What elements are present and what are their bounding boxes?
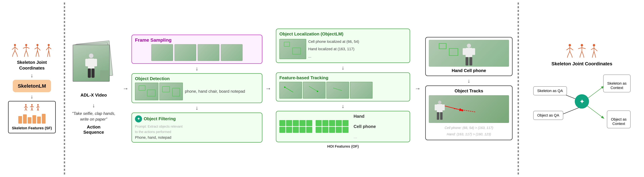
chatgpt-icon-of: ✦ — [135, 115, 142, 122]
ol-text-2: Hand localized at (163, 117) — [308, 45, 359, 53]
object-localization-box: Object Localization (ObjectLM) Cell phon… — [276, 28, 410, 63]
skeleton-features-box: Skeleton Features (SF) — [8, 101, 56, 133]
arrow-down-2: ↓ — [30, 94, 33, 99]
svg-point-71 — [438, 100, 441, 104]
hoi-cell — [329, 120, 335, 126]
hoi-row-1 — [279, 120, 312, 126]
arrow-col-1: → — [122, 2, 130, 174]
hand-cell-image — [429, 40, 509, 67]
svg-line-14 — [24, 54, 25, 57]
hoi-cell — [322, 127, 328, 133]
svg-line-26 — [46, 47, 49, 50]
svg-line-27 — [49, 47, 51, 49]
svg-line-3 — [15, 47, 18, 50]
svg-line-100 — [595, 56, 596, 58]
svg-rect-72 — [437, 104, 442, 112]
divider-2 — [518, 2, 519, 174]
svg-rect-64 — [472, 48, 475, 55]
svg-line-22 — [36, 54, 36, 57]
svg-rect-65 — [466, 57, 468, 66]
svg-line-82 — [570, 51, 572, 56]
tracking-lines-1 — [280, 82, 302, 98]
ol-text: Cell phone localized at (66, 54) Hand lo… — [308, 38, 359, 60]
svg-point-93 — [593, 44, 595, 46]
person-silhouette — [84, 53, 98, 80]
bbox-1 — [139, 86, 146, 90]
track-bbox-2 — [449, 48, 458, 56]
h-arrow-2: → — [265, 85, 271, 92]
h-arrow-3: → — [415, 85, 421, 92]
arrow-down-tracks: ↓ — [468, 78, 470, 84]
section-video: ADL-X Video ↓ "Take selfie, clap hands, … — [66, 2, 122, 174]
hoi-row-4 — [316, 127, 348, 133]
svg-rect-54 — [88, 68, 91, 78]
svg-point-24 — [48, 44, 50, 46]
svg-line-11 — [26, 47, 30, 48]
of-prompt: Prompt: Extract objects relevant to the … — [135, 124, 259, 134]
arrow-down-fs: ↓ — [196, 66, 198, 71]
arrow-down-video: ↓ — [92, 103, 95, 108]
hoi-cell — [300, 127, 306, 133]
od-content: phone, hand chair, board notepad — [135, 82, 259, 100]
hoi-cell — [316, 120, 322, 126]
svg-rect-52 — [85, 59, 88, 66]
hoi-cell — [329, 127, 335, 133]
ft-frame-3 — [326, 82, 349, 98]
skeleton-figure-2 — [22, 44, 31, 57]
skeleton-figure-4 — [44, 44, 54, 57]
ft-frame-1 — [279, 82, 302, 98]
ft-title: Feature-based Tracking — [279, 75, 406, 80]
hoi-cell — [300, 120, 306, 126]
svg-line-84 — [572, 56, 572, 58]
svg-line-23 — [38, 54, 39, 57]
svg-line-31 — [50, 54, 50, 57]
svg-line-89 — [580, 51, 582, 56]
ol-title: Object Localization (ObjectLM) — [279, 32, 406, 36]
svg-line-29 — [49, 50, 50, 54]
hoi-cell — [279, 127, 286, 133]
hoi-cell — [286, 120, 292, 126]
svg-rect-51 — [88, 58, 94, 68]
tracking-lines-2 — [303, 82, 325, 98]
frame-thumb-3 — [198, 44, 220, 61]
hand-cell-label: Hand Cell phone — [429, 68, 509, 73]
object-detection-title: Object Detection — [135, 76, 259, 81]
node-skeleton-qa: Skeleton as QA — [533, 86, 567, 96]
tracking-lines-3 — [327, 82, 349, 98]
sf-skel-2 — [30, 104, 34, 112]
node-skeleton-context: Skeleton as Context — [603, 74, 630, 92]
svg-line-13 — [26, 50, 28, 54]
svg-line-83 — [567, 56, 568, 58]
svg-point-16 — [36, 44, 38, 46]
svg-line-87 — [578, 48, 582, 49]
svg-point-38 — [31, 104, 32, 106]
of-result: Phone, hand, notepad — [135, 135, 259, 140]
chatgpt-center-icon: ✦ — [575, 94, 589, 109]
hoi-cell — [286, 127, 292, 133]
sf-skel-3 — [36, 104, 40, 112]
person-in-frame — [461, 43, 476, 67]
svg-line-90 — [582, 51, 584, 56]
svg-point-77 — [568, 44, 571, 46]
svg-line-43 — [32, 108, 33, 111]
tracks-image — [429, 95, 509, 123]
sf-bar-6 — [42, 114, 46, 124]
arrow-col-3: → — [414, 2, 422, 174]
bbox-3 — [162, 86, 170, 92]
svg-line-81 — [568, 51, 570, 56]
hoi-grid-2 — [316, 120, 348, 133]
main-layout: Skeleton Joint Coordinates ↓ SkeletonLM … — [0, 0, 644, 177]
person-svg — [84, 53, 98, 80]
svg-line-21 — [38, 50, 38, 54]
svg-line-58 — [309, 86, 318, 91]
svg-line-95 — [591, 48, 594, 50]
svg-rect-53 — [94, 59, 97, 66]
skeleton-figures-top — [10, 44, 54, 57]
h-arrow-1: → — [122, 85, 128, 92]
person-svg-ot — [434, 100, 446, 122]
svg-line-99 — [592, 56, 593, 58]
svg-line-18 — [34, 47, 38, 49]
svg-point-32 — [25, 104, 26, 106]
object-detection-box: Object Detection phone, hand chair, boar… — [132, 73, 262, 103]
hoi-cell — [342, 127, 348, 133]
